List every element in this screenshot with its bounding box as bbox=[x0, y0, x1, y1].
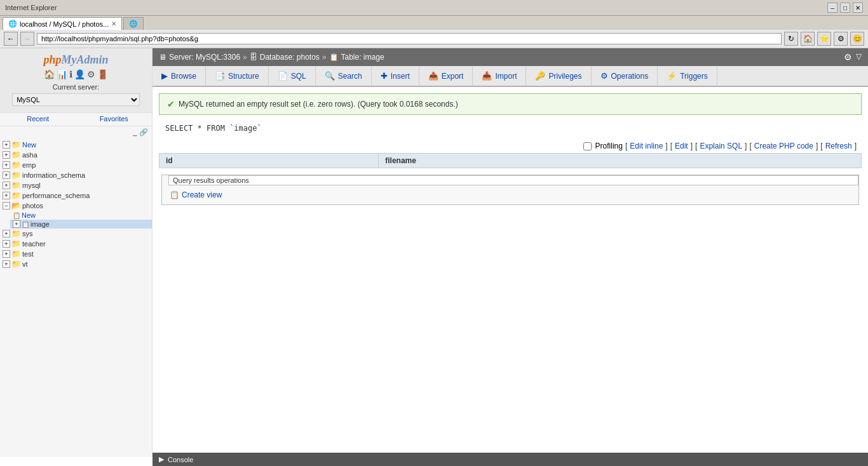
server-select[interactable]: MySQL bbox=[12, 93, 140, 106]
user-button[interactable]: 😊 bbox=[850, 32, 864, 46]
browser-tab-active[interactable]: 🌐 localhost / MySQL / photos... ✕ bbox=[3, 17, 122, 30]
breadcrumb-bar: 🖥 Server: MySQL:3306 » 🗄 Database: photo… bbox=[153, 48, 868, 66]
settings-icon[interactable]: ⚙ bbox=[87, 69, 95, 79]
bracket-close-3: ] bbox=[745, 142, 747, 150]
sidebar-header: phpMyAdmin 🏠 📊 ℹ 👤 ⚙ 🚪 Current server: M… bbox=[0, 48, 152, 113]
settings-button[interactable]: ⚙ bbox=[834, 32, 848, 46]
tree-toggle-info[interactable]: + bbox=[3, 171, 10, 179]
tab-close-button[interactable]: ✕ bbox=[111, 20, 116, 27]
tab-recent[interactable]: Recent bbox=[0, 113, 76, 126]
tree-label-information-schema: information_schema bbox=[22, 171, 85, 179]
tab-import[interactable]: 📥 Import bbox=[473, 66, 526, 86]
create-view-link[interactable]: 📋 Create view bbox=[170, 190, 851, 199]
db-icon-sys: 📁 bbox=[11, 229, 21, 238]
refresh-nav-button[interactable]: ↻ bbox=[784, 32, 798, 46]
tree-item-emp[interactable]: + 📁 emp bbox=[0, 160, 152, 170]
tree-item-image[interactable]: + 📋 image bbox=[10, 220, 152, 229]
tree-toggle-vt[interactable]: + bbox=[3, 260, 10, 268]
link-button[interactable]: 🔗 bbox=[139, 128, 148, 136]
tab-operations[interactable]: ⚙ Operations bbox=[592, 66, 658, 86]
tab-import-label: Import bbox=[495, 72, 517, 81]
tab-sql-label: SQL bbox=[291, 72, 306, 81]
db-icon-mysql: 📁 bbox=[11, 181, 21, 190]
triggers-icon: ⚡ bbox=[667, 71, 677, 81]
bracket-sep-2: [ bbox=[695, 142, 697, 150]
tree-toggle-perf[interactable]: + bbox=[3, 192, 10, 199]
tree-toggle-asha[interactable]: + bbox=[3, 151, 10, 159]
sidebar-icons: 🏠 📊 ℹ 👤 ⚙ 🚪 bbox=[5, 67, 147, 82]
tab-structure[interactable]: 📑 Structure bbox=[206, 66, 269, 86]
refresh-link[interactable]: Refresh bbox=[825, 142, 852, 150]
forward-button[interactable]: → bbox=[20, 32, 34, 46]
tree-item-test[interactable]: + 📁 test bbox=[0, 249, 152, 259]
breadcrumb-gear-icon[interactable]: ⚙ bbox=[844, 52, 852, 62]
tab-privileges[interactable]: 🔑 Privileges bbox=[526, 66, 591, 86]
navigation-bar: ← → ↻ 🏠 ⭐ ⚙ 😊 bbox=[0, 30, 868, 48]
edit-link[interactable]: Edit bbox=[675, 142, 688, 150]
tree-label-emp: emp bbox=[22, 161, 36, 169]
tree-item-photos-new[interactable]: 📋 New bbox=[10, 211, 152, 220]
address-bar[interactable] bbox=[37, 33, 782, 44]
tree-item-information-schema[interactable]: + 📁 information_schema bbox=[0, 170, 152, 180]
create-php-code-link[interactable]: Create PHP code bbox=[754, 142, 813, 150]
close-button[interactable]: ✕ bbox=[853, 3, 863, 13]
home-button[interactable]: 🏠 bbox=[801, 32, 815, 46]
col-header-filename: filename bbox=[379, 154, 862, 168]
tab-insert[interactable]: ✚ Insert bbox=[372, 66, 419, 86]
tree-item-vt[interactable]: + 📁 vt bbox=[0, 259, 152, 269]
tree-toggle-mysql[interactable]: + bbox=[3, 182, 10, 189]
browser-tab-new[interactable]: 🌐 bbox=[123, 17, 144, 30]
tree-toggle-sys[interactable]: + bbox=[3, 230, 10, 237]
tree-toggle-emp[interactable]: + bbox=[3, 161, 10, 169]
exit-icon[interactable]: 🚪 bbox=[97, 69, 108, 79]
edit-inline-link[interactable]: Edit inline bbox=[630, 142, 663, 150]
user-icon[interactable]: 👤 bbox=[74, 69, 85, 79]
tree-label-test: test bbox=[22, 250, 34, 258]
tab-browse[interactable]: ▶ Browse bbox=[153, 66, 206, 86]
tree-toggle-teacher[interactable]: + bbox=[3, 240, 10, 248]
breadcrumb-database[interactable]: Database: photos bbox=[260, 53, 320, 62]
tab-triggers[interactable]: ⚡ Triggers bbox=[658, 66, 717, 86]
minimize-button[interactable]: – bbox=[827, 3, 837, 13]
tree-toggle-photos[interactable]: − bbox=[3, 202, 10, 210]
tree-item-mysql[interactable]: + 📁 mysql bbox=[0, 180, 152, 190]
tab-operations-label: Operations bbox=[611, 72, 649, 81]
tree-label-image: image bbox=[31, 220, 50, 228]
db-icon-photos: 📂 bbox=[11, 201, 21, 210]
favorites-button[interactable]: ⭐ bbox=[817, 32, 831, 46]
tab-favorites[interactable]: Favorites bbox=[76, 113, 153, 126]
tree-item-new-top[interactable]: + 📁 New bbox=[0, 140, 152, 150]
breadcrumb-server[interactable]: Server: MySQL:3306 bbox=[169, 53, 240, 62]
db-icon-emp: 📁 bbox=[11, 161, 21, 170]
tree-toggle-new[interactable]: + bbox=[3, 141, 10, 149]
tab-search[interactable]: 🔍 Search bbox=[316, 66, 372, 86]
tree-toggle-image[interactable]: + bbox=[13, 220, 20, 228]
home-icon[interactable]: 🏠 bbox=[44, 69, 55, 79]
logo-php: php bbox=[43, 53, 61, 66]
profiling-checkbox[interactable] bbox=[583, 142, 592, 150]
success-message: ✔ MySQL returned an empty result set (i.… bbox=[159, 93, 862, 115]
tab-privileges-label: Privileges bbox=[548, 72, 581, 81]
tree-toggle-test[interactable]: + bbox=[3, 250, 10, 258]
db-icon-test: 📁 bbox=[11, 250, 21, 258]
tree-item-photos[interactable]: − 📂 photos bbox=[0, 201, 152, 211]
back-button[interactable]: ← bbox=[4, 32, 18, 46]
tab-sql[interactable]: 📄 SQL bbox=[269, 66, 316, 86]
info-icon[interactable]: ℹ bbox=[69, 69, 72, 79]
explain-sql-link[interactable]: Explain SQL bbox=[700, 142, 742, 150]
maximize-button[interactable]: □ bbox=[840, 3, 850, 13]
tree-item-asha[interactable]: + 📁 asha bbox=[0, 150, 152, 160]
collapse-all-button[interactable]: ⎯ bbox=[133, 128, 137, 136]
tree-item-teacher[interactable]: + 📁 teacher bbox=[0, 239, 152, 249]
tree-label-new-top: New bbox=[22, 141, 36, 149]
tree-item-sys[interactable]: + 📁 sys bbox=[0, 229, 152, 239]
tab-export[interactable]: 📤 Export bbox=[419, 66, 473, 86]
tree-item-performance-schema[interactable]: + 📁 performance_schema bbox=[0, 190, 152, 201]
sql-query-display: SELECT * FROM `image` bbox=[159, 120, 862, 136]
bracket-sep-1: [ bbox=[670, 142, 672, 150]
db-icon-info: 📁 bbox=[11, 171, 21, 180]
database-icon[interactable]: 📊 bbox=[57, 69, 67, 79]
breadcrumb-expand-button[interactable]: ▽ bbox=[856, 52, 862, 62]
console-bar[interactable]: ▶ Console bbox=[153, 453, 868, 457]
breadcrumb-table[interactable]: Table: image bbox=[341, 53, 384, 62]
